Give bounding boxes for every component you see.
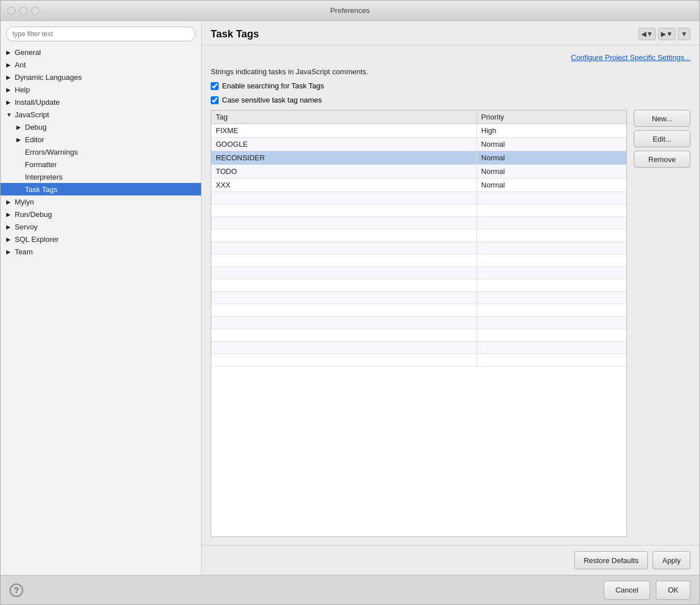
priority-cell: High xyxy=(476,124,626,138)
case-checkbox-label: Case sensitive task tag names xyxy=(222,96,322,104)
filter-input-wrap xyxy=(1,21,201,45)
enable-checkbox-row: Enable searching for Task Tags xyxy=(211,82,690,90)
maximize-button[interactable] xyxy=(31,7,39,15)
tree-arrow-javascript: ▼ xyxy=(6,112,13,118)
tag-table: Tag Priority FIXMEHighGOOGLENormalRECONS… xyxy=(211,110,626,367)
enable-checkbox-label: Enable searching for Task Tags xyxy=(222,82,324,90)
tree-arrow-sql-explorer: ▶ xyxy=(6,236,13,242)
sidebar-item-label-task-tags: Task Tags xyxy=(25,185,58,194)
table-row-empty xyxy=(211,354,626,367)
sidebar-item-label-run-debug: Run/Debug xyxy=(15,210,52,219)
preferences-window: Preferences ▶General▶Ant▶Dynamic Languag… xyxy=(0,0,700,605)
priority-cell: Normal xyxy=(476,178,626,192)
remove-button[interactable]: Remove xyxy=(634,151,690,168)
apply-button[interactable]: Apply xyxy=(652,551,690,569)
sidebar-item-ant[interactable]: ▶Ant xyxy=(1,58,201,71)
priority-cell: Normal xyxy=(476,165,626,178)
case-sensitive-checkbox[interactable] xyxy=(211,96,219,104)
window-controls xyxy=(7,7,39,15)
sidebar-item-servoy[interactable]: ▶Servoy xyxy=(1,220,201,233)
sidebar-item-run-debug[interactable]: ▶Run/Debug xyxy=(1,208,201,220)
back-icon: ◀ xyxy=(641,30,646,38)
sidebar-item-javascript[interactable]: ▼JavaScript xyxy=(1,108,201,121)
panel-footer: Restore Defaults Apply xyxy=(202,545,699,575)
main-content: ▶General▶Ant▶Dynamic Languages▶Help▶Inst… xyxy=(1,21,699,575)
sidebar-item-label-general: General xyxy=(15,48,41,57)
tag-column-header: Tag xyxy=(211,110,476,124)
priority-cell: Normal xyxy=(476,151,626,165)
table-buttons: New... Edit... Remove xyxy=(634,110,690,537)
table-row[interactable]: RECONSIDERNormal xyxy=(211,151,626,165)
table-row-empty xyxy=(211,342,626,354)
sidebar-item-label-editor: Editor xyxy=(25,135,44,144)
sidebar-item-debug[interactable]: ▶Debug xyxy=(1,121,201,133)
title-bar: Preferences xyxy=(1,1,699,21)
table-row[interactable]: FIXMEHigh xyxy=(211,124,626,138)
sidebar-item-general[interactable]: ▶General xyxy=(1,46,201,58)
table-row[interactable]: XXXNormal xyxy=(211,178,626,192)
panel-nav-icons: ◀ ▼ ▶ ▼ ▼ xyxy=(638,28,690,40)
forward-dropdown-icon: ▼ xyxy=(666,30,673,38)
panel-header: Task Tags ◀ ▼ ▶ ▼ ▼ xyxy=(202,21,699,45)
bottom-right-buttons: Cancel OK xyxy=(604,581,690,600)
help-icon: ? xyxy=(14,586,19,595)
table-row-empty xyxy=(211,304,626,317)
forward-nav-button[interactable]: ▶ ▼ xyxy=(658,28,676,40)
tree-arrow-install-update: ▶ xyxy=(6,99,13,105)
table-header-row: Tag Priority xyxy=(211,110,626,124)
sidebar-item-dynamic-languages[interactable]: ▶Dynamic Languages xyxy=(1,71,201,83)
view-menu-button[interactable]: ▼ xyxy=(678,28,690,40)
sidebar-item-formatter[interactable]: Formatter xyxy=(1,158,201,171)
sidebar-item-label-servoy: Servoy xyxy=(15,223,37,231)
sidebar-item-mylyn[interactable]: ▶Mylyn xyxy=(1,195,201,208)
sidebar-item-label-ant: Ant xyxy=(15,61,26,69)
sidebar-item-label-errors-warnings: Errors/Warnings xyxy=(25,148,78,156)
restore-defaults-button[interactable]: Restore Defaults xyxy=(574,551,648,569)
table-row-empty xyxy=(211,242,626,254)
help-button[interactable]: ? xyxy=(10,583,23,597)
tag-cell: FIXME xyxy=(211,124,476,138)
sidebar: ▶General▶Ant▶Dynamic Languages▶Help▶Inst… xyxy=(1,21,202,575)
cancel-button[interactable]: Cancel xyxy=(604,581,650,600)
ok-button[interactable]: OK xyxy=(656,581,690,600)
filter-input[interactable] xyxy=(6,27,195,41)
new-button[interactable]: New... xyxy=(634,110,690,127)
sidebar-item-label-dynamic-languages: Dynamic Languages xyxy=(15,73,82,82)
table-row[interactable]: GOOGLENormal xyxy=(211,138,626,151)
table-row-empty xyxy=(211,317,626,329)
tree-arrow-ant: ▶ xyxy=(6,62,13,68)
bottom-bar: ? Cancel OK xyxy=(1,575,699,604)
sidebar-item-label-help: Help xyxy=(15,86,30,94)
tag-table-wrap: Tag Priority FIXMEHighGOOGLENormalRECONS… xyxy=(211,110,627,537)
sidebar-item-editor[interactable]: ▶Editor xyxy=(1,133,201,146)
table-row[interactable]: TODONormal xyxy=(211,165,626,178)
sidebar-item-label-team: Team xyxy=(15,248,33,256)
sidebar-item-team[interactable]: ▶Team xyxy=(1,245,201,258)
config-project-link[interactable]: Configure Project Specific Settings... xyxy=(211,53,690,62)
enable-searching-checkbox[interactable] xyxy=(211,82,219,90)
tree-container: ▶General▶Ant▶Dynamic Languages▶Help▶Inst… xyxy=(1,45,201,575)
sidebar-item-task-tags[interactable]: Task Tags xyxy=(1,183,201,195)
description-text: Strings indicating tasks in JavaScript c… xyxy=(211,67,690,76)
tree-arrow-mylyn: ▶ xyxy=(6,199,13,205)
priority-cell: Normal xyxy=(476,138,626,151)
sidebar-item-sql-explorer[interactable]: ▶SQL Explorer xyxy=(1,233,201,245)
edit-button[interactable]: Edit... xyxy=(634,130,690,147)
minimize-button[interactable] xyxy=(19,7,27,15)
tag-cell: GOOGLE xyxy=(211,138,476,151)
tag-cell: XXX xyxy=(211,178,476,192)
table-row-empty xyxy=(211,254,626,267)
sidebar-item-label-interpreters: Interpreters xyxy=(25,173,62,181)
back-nav-button[interactable]: ◀ ▼ xyxy=(638,28,656,40)
sidebar-item-install-update[interactable]: ▶Install/Update xyxy=(1,96,201,108)
tag-cell: RECONSIDER xyxy=(211,151,476,165)
close-button[interactable] xyxy=(7,7,15,15)
table-row-empty xyxy=(211,329,626,342)
table-area: Tag Priority FIXMEHighGOOGLENormalRECONS… xyxy=(211,110,690,537)
sidebar-item-errors-warnings[interactable]: Errors/Warnings xyxy=(1,146,201,158)
sidebar-item-interpreters[interactable]: Interpreters xyxy=(1,171,201,183)
tree-arrow-run-debug: ▶ xyxy=(6,211,13,218)
sidebar-item-label-formatter: Formatter xyxy=(25,160,57,169)
sidebar-item-help[interactable]: ▶Help xyxy=(1,83,201,96)
page-title: Task Tags xyxy=(211,28,259,40)
